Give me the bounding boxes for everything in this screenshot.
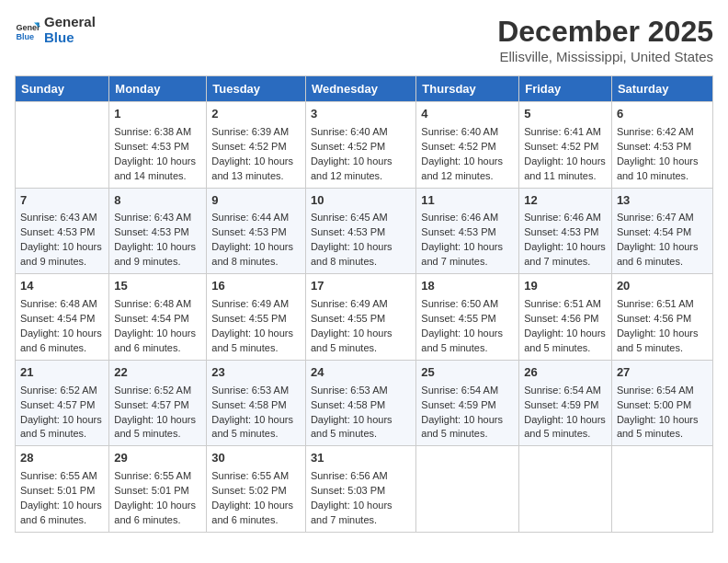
day-cell: 26Sunrise: 6:54 AMSunset: 4:59 PMDayligh… (519, 360, 612, 446)
day-cell: 10Sunrise: 6:45 AMSunset: 4:53 PMDayligh… (305, 188, 415, 274)
day-cell: 3Sunrise: 6:40 AMSunset: 4:52 PMDaylight… (305, 102, 415, 189)
col-header-monday: Monday (109, 76, 207, 102)
week-row-2: 7Sunrise: 6:43 AMSunset: 4:53 PMDaylight… (16, 188, 713, 274)
day-cell: 16Sunrise: 6:49 AMSunset: 4:55 PMDayligh… (207, 274, 306, 361)
day-cell (16, 102, 109, 189)
week-row-4: 21Sunrise: 6:52 AMSunset: 4:57 PMDayligh… (16, 360, 713, 446)
day-number: 22 (114, 364, 201, 382)
day-number: 10 (311, 192, 411, 210)
day-number: 31 (311, 450, 411, 467)
day-cell: 15Sunrise: 6:48 AMSunset: 4:54 PMDayligh… (109, 274, 207, 361)
day-number: 24 (311, 364, 411, 382)
day-cell (611, 446, 712, 533)
day-cell: 27Sunrise: 6:54 AMSunset: 5:00 PMDayligh… (611, 360, 712, 446)
col-header-friday: Friday (519, 76, 612, 102)
day-number: 5 (524, 106, 607, 123)
day-number: 17 (311, 278, 411, 295)
day-cell: 14Sunrise: 6:48 AMSunset: 4:54 PMDayligh… (16, 274, 109, 361)
col-header-saturday: Saturday (611, 76, 712, 102)
day-cell: 5Sunrise: 6:41 AMSunset: 4:52 PMDaylight… (519, 102, 612, 189)
day-cell: 23Sunrise: 6:53 AMSunset: 4:58 PMDayligh… (207, 360, 306, 446)
logo: General Blue General Blue (15, 15, 96, 45)
day-cell: 1Sunrise: 6:38 AMSunset: 4:53 PMDaylight… (109, 102, 207, 189)
col-header-thursday: Thursday (416, 76, 519, 102)
day-number: 25 (421, 364, 514, 382)
day-cell (519, 446, 612, 533)
day-cell: 6Sunrise: 6:42 AMSunset: 4:53 PMDaylight… (611, 102, 712, 189)
day-number: 14 (20, 278, 104, 295)
col-header-sunday: Sunday (16, 76, 109, 102)
day-cell: 25Sunrise: 6:54 AMSunset: 4:59 PMDayligh… (416, 360, 519, 446)
week-row-5: 28Sunrise: 6:55 AMSunset: 5:01 PMDayligh… (16, 446, 713, 533)
day-number: 7 (20, 192, 104, 210)
day-cell (416, 446, 519, 533)
day-cell: 18Sunrise: 6:50 AMSunset: 4:55 PMDayligh… (416, 274, 519, 361)
day-number: 23 (211, 364, 301, 382)
day-number: 2 (211, 106, 301, 123)
day-cell: 7Sunrise: 6:43 AMSunset: 4:53 PMDaylight… (16, 188, 109, 274)
day-cell: 24Sunrise: 6:53 AMSunset: 4:58 PMDayligh… (305, 360, 415, 446)
logo-icon: General Blue (15, 17, 40, 43)
day-number: 3 (311, 106, 411, 123)
day-number: 8 (114, 192, 201, 210)
week-row-1: 1Sunrise: 6:38 AMSunset: 4:53 PMDaylight… (16, 102, 713, 189)
day-number: 21 (20, 364, 104, 382)
week-row-3: 14Sunrise: 6:48 AMSunset: 4:54 PMDayligh… (16, 274, 713, 361)
svg-text:Blue: Blue (16, 31, 34, 40)
day-number: 18 (421, 278, 514, 295)
day-number: 13 (617, 192, 708, 210)
day-number: 27 (617, 364, 708, 382)
day-number: 12 (524, 192, 607, 210)
page-header: General Blue General Blue December 2025 … (15, 15, 713, 64)
day-cell: 17Sunrise: 6:49 AMSunset: 4:55 PMDayligh… (305, 274, 415, 361)
day-number: 29 (114, 450, 201, 467)
day-cell: 22Sunrise: 6:52 AMSunset: 4:57 PMDayligh… (109, 360, 207, 446)
logo-general: General (44, 15, 96, 30)
day-cell: 29Sunrise: 6:55 AMSunset: 5:01 PMDayligh… (109, 446, 207, 533)
day-cell: 4Sunrise: 6:40 AMSunset: 4:52 PMDaylight… (416, 102, 519, 189)
day-number: 28 (20, 450, 104, 467)
day-cell: 13Sunrise: 6:47 AMSunset: 4:54 PMDayligh… (611, 188, 712, 274)
day-number: 1 (114, 106, 201, 123)
day-number: 30 (211, 450, 301, 467)
day-cell: 8Sunrise: 6:43 AMSunset: 4:53 PMDaylight… (109, 188, 207, 274)
day-number: 26 (524, 364, 607, 382)
day-cell: 9Sunrise: 6:44 AMSunset: 4:53 PMDaylight… (207, 188, 306, 274)
location: Ellisville, Mississippi, United States (497, 49, 713, 64)
day-cell: 31Sunrise: 6:56 AMSunset: 5:03 PMDayligh… (305, 446, 415, 533)
col-header-wednesday: Wednesday (305, 76, 415, 102)
day-cell: 20Sunrise: 6:51 AMSunset: 4:56 PMDayligh… (611, 274, 712, 361)
day-number: 19 (524, 278, 607, 295)
col-header-tuesday: Tuesday (207, 76, 306, 102)
logo-blue: Blue (44, 30, 96, 46)
calendar-table: SundayMondayTuesdayWednesdayThursdayFrid… (15, 75, 713, 533)
day-cell: 30Sunrise: 6:55 AMSunset: 5:02 PMDayligh… (207, 446, 306, 533)
day-number: 11 (421, 192, 514, 210)
day-number: 6 (617, 106, 708, 123)
day-number: 16 (211, 278, 301, 295)
day-number: 20 (617, 278, 708, 295)
calendar-header-row: SundayMondayTuesdayWednesdayThursdayFrid… (16, 76, 713, 102)
day-number: 9 (211, 192, 301, 210)
day-number: 4 (421, 106, 514, 123)
day-cell: 19Sunrise: 6:51 AMSunset: 4:56 PMDayligh… (519, 274, 612, 361)
day-cell: 2Sunrise: 6:39 AMSunset: 4:52 PMDaylight… (207, 102, 306, 189)
day-cell: 11Sunrise: 6:46 AMSunset: 4:53 PMDayligh… (416, 188, 519, 274)
day-cell: 21Sunrise: 6:52 AMSunset: 4:57 PMDayligh… (16, 360, 109, 446)
title-block: December 2025 Ellisville, Mississippi, U… (497, 15, 713, 64)
day-number: 15 (114, 278, 201, 295)
month-title: December 2025 (497, 15, 713, 49)
day-cell: 12Sunrise: 6:46 AMSunset: 4:53 PMDayligh… (519, 188, 612, 274)
day-cell: 28Sunrise: 6:55 AMSunset: 5:01 PMDayligh… (16, 446, 109, 533)
